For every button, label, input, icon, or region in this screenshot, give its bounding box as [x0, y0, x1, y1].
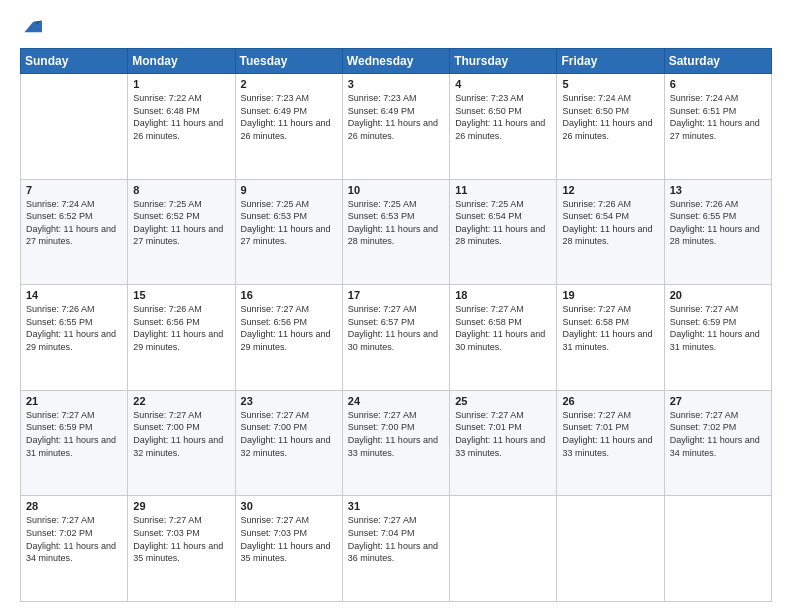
cell-text: Sunrise: 7:22 AMSunset: 6:48 PMDaylight:… — [133, 93, 223, 141]
cell-text: Sunrise: 7:27 AMSunset: 7:03 PMDaylight:… — [241, 515, 331, 563]
calendar-header-day: Sunday — [21, 49, 128, 74]
calendar-cell: 8Sunrise: 7:25 AMSunset: 6:52 PMDaylight… — [128, 179, 235, 285]
calendar-cell: 18Sunrise: 7:27 AMSunset: 6:58 PMDayligh… — [450, 285, 557, 391]
calendar-cell: 4Sunrise: 7:23 AMSunset: 6:50 PMDaylight… — [450, 74, 557, 180]
calendar-cell: 26Sunrise: 7:27 AMSunset: 7:01 PMDayligh… — [557, 390, 664, 496]
calendar-cell: 2Sunrise: 7:23 AMSunset: 6:49 PMDaylight… — [235, 74, 342, 180]
calendar-cell: 7Sunrise: 7:24 AMSunset: 6:52 PMDaylight… — [21, 179, 128, 285]
calendar-cell: 20Sunrise: 7:27 AMSunset: 6:59 PMDayligh… — [664, 285, 771, 391]
cell-text: Sunrise: 7:26 AMSunset: 6:54 PMDaylight:… — [562, 199, 652, 247]
calendar-cell: 12Sunrise: 7:26 AMSunset: 6:54 PMDayligh… — [557, 179, 664, 285]
calendar-cell: 27Sunrise: 7:27 AMSunset: 7:02 PMDayligh… — [664, 390, 771, 496]
calendar-cell: 19Sunrise: 7:27 AMSunset: 6:58 PMDayligh… — [557, 285, 664, 391]
day-number: 10 — [348, 184, 444, 196]
calendar-cell: 23Sunrise: 7:27 AMSunset: 7:00 PMDayligh… — [235, 390, 342, 496]
day-number: 12 — [562, 184, 658, 196]
cell-text: Sunrise: 7:27 AMSunset: 6:56 PMDaylight:… — [241, 304, 331, 352]
calendar-header-day: Thursday — [450, 49, 557, 74]
calendar-cell: 28Sunrise: 7:27 AMSunset: 7:02 PMDayligh… — [21, 496, 128, 602]
calendar-week-row: 28Sunrise: 7:27 AMSunset: 7:02 PMDayligh… — [21, 496, 772, 602]
cell-text: Sunrise: 7:24 AMSunset: 6:50 PMDaylight:… — [562, 93, 652, 141]
calendar-week-row: 1Sunrise: 7:22 AMSunset: 6:48 PMDaylight… — [21, 74, 772, 180]
calendar-cell: 31Sunrise: 7:27 AMSunset: 7:04 PMDayligh… — [342, 496, 449, 602]
cell-text: Sunrise: 7:27 AMSunset: 7:02 PMDaylight:… — [26, 515, 116, 563]
cell-text: Sunrise: 7:24 AMSunset: 6:51 PMDaylight:… — [670, 93, 760, 141]
cell-text: Sunrise: 7:27 AMSunset: 6:59 PMDaylight:… — [26, 410, 116, 458]
cell-text: Sunrise: 7:27 AMSunset: 7:01 PMDaylight:… — [562, 410, 652, 458]
cell-text: Sunrise: 7:24 AMSunset: 6:52 PMDaylight:… — [26, 199, 116, 247]
calendar-header-row: SundayMondayTuesdayWednesdayThursdayFrid… — [21, 49, 772, 74]
day-number: 5 — [562, 78, 658, 90]
calendar-cell: 30Sunrise: 7:27 AMSunset: 7:03 PMDayligh… — [235, 496, 342, 602]
day-number: 30 — [241, 500, 337, 512]
cell-text: Sunrise: 7:26 AMSunset: 6:55 PMDaylight:… — [26, 304, 116, 352]
cell-text: Sunrise: 7:25 AMSunset: 6:53 PMDaylight:… — [241, 199, 331, 247]
logo — [20, 16, 46, 38]
day-number: 3 — [348, 78, 444, 90]
day-number: 14 — [26, 289, 122, 301]
day-number: 31 — [348, 500, 444, 512]
calendar-week-row: 21Sunrise: 7:27 AMSunset: 6:59 PMDayligh… — [21, 390, 772, 496]
day-number: 6 — [670, 78, 766, 90]
header — [20, 16, 772, 38]
day-number: 9 — [241, 184, 337, 196]
cell-text: Sunrise: 7:27 AMSunset: 7:00 PMDaylight:… — [241, 410, 331, 458]
calendar-cell: 15Sunrise: 7:26 AMSunset: 6:56 PMDayligh… — [128, 285, 235, 391]
calendar-cell: 14Sunrise: 7:26 AMSunset: 6:55 PMDayligh… — [21, 285, 128, 391]
calendar-cell — [450, 496, 557, 602]
calendar-header-day: Monday — [128, 49, 235, 74]
cell-text: Sunrise: 7:27 AMSunset: 6:58 PMDaylight:… — [455, 304, 545, 352]
calendar-header-day: Tuesday — [235, 49, 342, 74]
calendar-header-day: Friday — [557, 49, 664, 74]
cell-text: Sunrise: 7:27 AMSunset: 6:58 PMDaylight:… — [562, 304, 652, 352]
calendar-cell: 13Sunrise: 7:26 AMSunset: 6:55 PMDayligh… — [664, 179, 771, 285]
day-number: 29 — [133, 500, 229, 512]
day-number: 23 — [241, 395, 337, 407]
cell-text: Sunrise: 7:26 AMSunset: 6:55 PMDaylight:… — [670, 199, 760, 247]
cell-text: Sunrise: 7:27 AMSunset: 7:03 PMDaylight:… — [133, 515, 223, 563]
day-number: 20 — [670, 289, 766, 301]
day-number: 18 — [455, 289, 551, 301]
calendar-cell: 9Sunrise: 7:25 AMSunset: 6:53 PMDaylight… — [235, 179, 342, 285]
calendar-cell: 22Sunrise: 7:27 AMSunset: 7:00 PMDayligh… — [128, 390, 235, 496]
page: SundayMondayTuesdayWednesdayThursdayFrid… — [0, 0, 792, 612]
day-number: 4 — [455, 78, 551, 90]
day-number: 28 — [26, 500, 122, 512]
calendar-header-day: Wednesday — [342, 49, 449, 74]
cell-text: Sunrise: 7:27 AMSunset: 7:02 PMDaylight:… — [670, 410, 760, 458]
day-number: 19 — [562, 289, 658, 301]
calendar-cell: 6Sunrise: 7:24 AMSunset: 6:51 PMDaylight… — [664, 74, 771, 180]
cell-text: Sunrise: 7:23 AMSunset: 6:49 PMDaylight:… — [348, 93, 438, 141]
calendar-cell: 24Sunrise: 7:27 AMSunset: 7:00 PMDayligh… — [342, 390, 449, 496]
calendar-week-row: 14Sunrise: 7:26 AMSunset: 6:55 PMDayligh… — [21, 285, 772, 391]
day-number: 7 — [26, 184, 122, 196]
calendar-cell: 21Sunrise: 7:27 AMSunset: 6:59 PMDayligh… — [21, 390, 128, 496]
cell-text: Sunrise: 7:27 AMSunset: 6:59 PMDaylight:… — [670, 304, 760, 352]
calendar-cell: 3Sunrise: 7:23 AMSunset: 6:49 PMDaylight… — [342, 74, 449, 180]
cell-text: Sunrise: 7:27 AMSunset: 7:00 PMDaylight:… — [348, 410, 438, 458]
calendar-cell: 29Sunrise: 7:27 AMSunset: 7:03 PMDayligh… — [128, 496, 235, 602]
calendar-cell: 1Sunrise: 7:22 AMSunset: 6:48 PMDaylight… — [128, 74, 235, 180]
calendar-week-row: 7Sunrise: 7:24 AMSunset: 6:52 PMDaylight… — [21, 179, 772, 285]
day-number: 15 — [133, 289, 229, 301]
cell-text: Sunrise: 7:27 AMSunset: 7:00 PMDaylight:… — [133, 410, 223, 458]
calendar-cell: 11Sunrise: 7:25 AMSunset: 6:54 PMDayligh… — [450, 179, 557, 285]
day-number: 17 — [348, 289, 444, 301]
day-number: 1 — [133, 78, 229, 90]
day-number: 25 — [455, 395, 551, 407]
cell-text: Sunrise: 7:23 AMSunset: 6:50 PMDaylight:… — [455, 93, 545, 141]
calendar-cell: 10Sunrise: 7:25 AMSunset: 6:53 PMDayligh… — [342, 179, 449, 285]
cell-text: Sunrise: 7:25 AMSunset: 6:53 PMDaylight:… — [348, 199, 438, 247]
cell-text: Sunrise: 7:27 AMSunset: 7:04 PMDaylight:… — [348, 515, 438, 563]
cell-text: Sunrise: 7:27 AMSunset: 6:57 PMDaylight:… — [348, 304, 438, 352]
calendar-cell — [21, 74, 128, 180]
cell-text: Sunrise: 7:26 AMSunset: 6:56 PMDaylight:… — [133, 304, 223, 352]
day-number: 11 — [455, 184, 551, 196]
day-number: 21 — [26, 395, 122, 407]
day-number: 22 — [133, 395, 229, 407]
day-number: 16 — [241, 289, 337, 301]
cell-text: Sunrise: 7:25 AMSunset: 6:52 PMDaylight:… — [133, 199, 223, 247]
calendar-header-day: Saturday — [664, 49, 771, 74]
day-number: 27 — [670, 395, 766, 407]
calendar-cell: 5Sunrise: 7:24 AMSunset: 6:50 PMDaylight… — [557, 74, 664, 180]
